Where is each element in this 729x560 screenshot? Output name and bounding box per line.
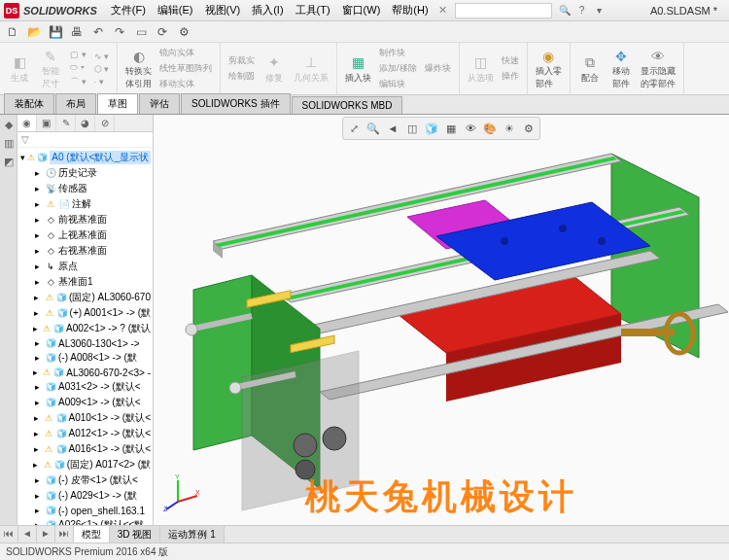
ribbon-edit-block[interactable]: 编辑块 xyxy=(377,77,419,91)
tab-assembly[interactable]: 装配体 xyxy=(4,93,54,114)
tree-tab-feature-icon[interactable]: ◉ xyxy=(17,115,37,131)
tab-mbd[interactable]: SOLIDWORKS MBD xyxy=(292,96,403,114)
tree-item[interactable]: ▸🧊(-) open_shell.163.1 xyxy=(17,504,153,517)
view-settings-icon[interactable]: ⚙ xyxy=(520,120,538,137)
menu-window[interactable]: 窗口(W) xyxy=(336,3,387,18)
print-icon[interactable]: 🖶 xyxy=(68,23,86,41)
ribbon-make-block[interactable]: 制作块 xyxy=(377,46,419,60)
section-icon[interactable]: ◫ xyxy=(403,120,421,137)
tab-nav-prev-icon[interactable]: ◄ xyxy=(18,526,37,542)
menu-view[interactable]: 视图(V) xyxy=(199,3,247,18)
tab-nav-first-icon[interactable]: ⏮ xyxy=(0,526,18,542)
tree-item[interactable]: ▸⚠🧊AL3060-670-2<3> - xyxy=(17,366,153,379)
save-icon[interactable]: 💾 xyxy=(47,23,64,41)
tree-item[interactable]: ▸◇前视基准面 xyxy=(17,212,153,228)
redo-icon[interactable]: ↷ xyxy=(111,23,128,41)
tree-filter[interactable]: ▽ xyxy=(17,132,153,148)
bottom-tab-3dview[interactable]: 3D 视图 xyxy=(110,526,161,542)
feature-tree[interactable]: ▾⚠🧊A0 (默认<默认_显示状 ▸🕓历史记录▸📡传感器▸⚠📄注解▸◇前视基准面… xyxy=(17,148,153,537)
open-icon[interactable]: 📂 xyxy=(25,23,43,41)
tab-sw-addins[interactable]: SOLIDWORKS 插件 xyxy=(181,93,291,114)
zoom-area-icon[interactable]: 🔍 xyxy=(364,120,382,137)
menu-tools[interactable]: 工具(T) xyxy=(290,3,336,18)
tree-tab-display-icon[interactable]: ◕ xyxy=(76,115,95,131)
tree-item[interactable]: ▸⚠🧊A012<1> -> (默认< xyxy=(17,426,153,441)
tree-item[interactable]: ▸🧊A031<2> -> (默认< xyxy=(17,379,153,395)
search-input[interactable] xyxy=(455,3,552,18)
design-library-icon[interactable]: ▥ xyxy=(4,137,14,150)
new-icon[interactable]: 🗋 xyxy=(4,23,21,41)
ribbon-convert[interactable]: ◐转换实 体引用 xyxy=(123,45,154,92)
svg-point-18 xyxy=(294,434,317,457)
bottom-tab-motion[interactable]: 运动算例 1 xyxy=(160,526,224,542)
menu-edit[interactable]: 编辑(E) xyxy=(152,3,199,18)
tab-nav-next-icon[interactable]: ► xyxy=(37,526,55,542)
tab-sketch[interactable]: 草图 xyxy=(97,93,138,114)
sw-resources-icon[interactable]: ◆ xyxy=(5,119,13,131)
tree-item[interactable]: ▸⚠🧊(+) A001<1> -> (默 xyxy=(17,305,153,321)
view-orient-icon[interactable]: 🧊 xyxy=(423,120,440,137)
select-icon[interactable]: ▭ xyxy=(132,23,150,41)
svg-line-31 xyxy=(178,496,197,502)
ribbon-move-part[interactable]: ✥移动 部件 xyxy=(608,45,635,92)
display-style-icon[interactable]: ▦ xyxy=(442,120,460,137)
tree-item[interactable]: ▸⚠🧊A002<1> -> ? (默认 xyxy=(17,321,153,336)
tree-item[interactable]: ▸◇基准面1 xyxy=(17,274,153,290)
tree-item[interactable]: ▸◇右视基准面 xyxy=(17,243,153,259)
appearance-icon[interactable]: 🎨 xyxy=(481,120,499,137)
watermark-text: 桃天兔机械设计 xyxy=(305,473,577,521)
rebuild-icon[interactable]: ⟳ xyxy=(154,23,171,41)
menu-help[interactable]: 帮助(H) xyxy=(386,3,434,18)
tree-item[interactable]: ▸⚠🧊A010<1> -> (默认< xyxy=(17,410,153,426)
tree-item[interactable]: ▸🧊AL3060-130<1> -> xyxy=(17,336,153,350)
tree-item[interactable]: ▸↳原点 xyxy=(17,259,153,274)
tree-item[interactable]: ▸🧊(-) A029<1> -> (默 xyxy=(17,488,153,504)
tree-item[interactable]: ▸◇上视基准面 xyxy=(17,228,153,243)
tree-item[interactable]: ▸⚠🧊(固定) AL3060-670 xyxy=(17,290,153,305)
tree-item[interactable]: ▸🧊(-) A008<1> -> (默 xyxy=(17,350,153,366)
ribbon-insert-block[interactable]: ▦插入块 xyxy=(343,45,373,92)
options-icon[interactable]: ⚙ xyxy=(175,23,192,41)
command-tabs: 装配体 布局 草图 评估 SOLIDWORKS 插件 SOLIDWORKS MB… xyxy=(0,95,729,115)
scene-icon[interactable]: ☀ xyxy=(501,120,518,137)
help-icon[interactable]: ? xyxy=(575,4,589,18)
menu-file[interactable]: 文件(F) xyxy=(105,3,152,18)
tab-nav-last-icon[interactable]: ⏭ xyxy=(55,526,74,542)
feature-tree-panel: ◉ ▣ ✎ ◕ ⊘ ▽ ▾⚠🧊A0 (默认<默认_显示状 ▸🕓历史记录▸📡传感器… xyxy=(17,115,154,541)
tab-layout[interactable]: 布局 xyxy=(55,93,96,114)
ribbon-show-hide[interactable]: 👁显示隐藏 的零部件 xyxy=(639,45,677,92)
tree-item[interactable]: ▸🕓历史记录 xyxy=(17,165,153,181)
hide-show-icon[interactable]: 👁 xyxy=(462,120,479,137)
dropdown-icon[interactable]: ▾ xyxy=(593,4,607,18)
tree-tab-hide-icon[interactable]: ⊘ xyxy=(95,115,115,131)
status-bar: SOLIDWORKS Premium 2016 x64 版 xyxy=(0,542,729,560)
ribbon-repair: ✦修复 xyxy=(260,45,288,92)
view-triad-icon[interactable]: Y X Z xyxy=(163,472,202,511)
tree-item[interactable]: ▸⚠📄注解 xyxy=(17,196,153,212)
3d-viewport[interactable]: ⤢ 🔍 ◄ ◫ 🧊 ▦ 👁 🎨 ☀ ⚙ xyxy=(154,115,729,541)
tab-evaluate[interactable]: 评估 xyxy=(139,93,180,114)
tree-tab-property-icon[interactable]: ▣ xyxy=(37,115,56,131)
bottom-tab-model[interactable]: 模型 xyxy=(74,526,110,542)
menu-pin-icon[interactable]: ✕ xyxy=(438,4,447,17)
search-icon[interactable]: 🔍 xyxy=(558,4,572,18)
ribbon-insert-part[interactable]: ◉插入零 部件 xyxy=(534,45,564,92)
svg-text:Z: Z xyxy=(163,506,168,511)
tree-tab-config-icon[interactable]: ✎ xyxy=(56,115,76,131)
ribbon-add-remove[interactable]: 添加/移除 xyxy=(377,61,419,76)
tree-item[interactable]: ▸🧊(-) 皮带<1> (默认< xyxy=(17,472,153,488)
tree-item[interactable]: ▸⚠🧊A016<1> -> (默认< xyxy=(17,441,153,457)
tree-item[interactable]: ▸⚠🧊(固定) A017<2> (默 xyxy=(17,457,153,472)
file-explorer-icon[interactable]: ◩ xyxy=(4,156,14,168)
tree-root[interactable]: ▾⚠🧊A0 (默认<默认_显示状 xyxy=(17,150,153,165)
undo-icon[interactable]: ↶ xyxy=(89,23,107,41)
title-bar: DS SOLIDWORKS 文件(F) 编辑(E) 视图(V) 插入(I) 工具… xyxy=(0,0,729,21)
tree-item[interactable]: ▸📡传感器 xyxy=(17,181,153,196)
ribbon-mate[interactable]: ⧉配合 xyxy=(576,45,604,92)
workspace: ◆ ▥ ◩ ◉ ▣ ✎ ◕ ⊘ ▽ ▾⚠🧊A0 (默认<默认_显示状 ▸🕓历史记… xyxy=(0,115,729,541)
prev-view-icon[interactable]: ◄ xyxy=(384,120,401,137)
zoom-fit-icon[interactable]: ⤢ xyxy=(345,120,363,137)
tree-item[interactable]: ▸🧊A009<1> -> (默认< xyxy=(17,395,153,410)
ribbon-explode-block[interactable]: 爆炸块 xyxy=(423,61,453,76)
menu-insert[interactable]: 插入(I) xyxy=(246,3,289,18)
